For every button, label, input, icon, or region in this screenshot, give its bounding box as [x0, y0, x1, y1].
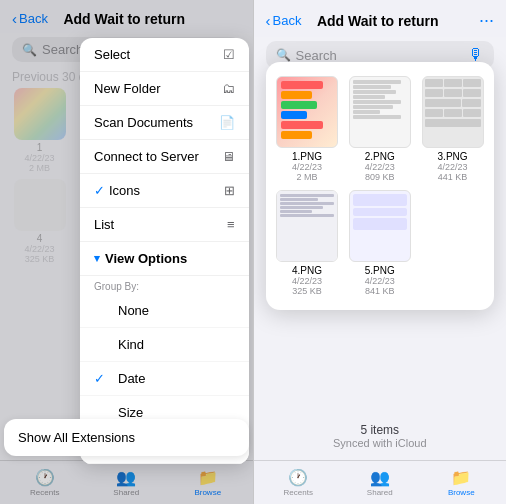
- tab-label: Recents: [284, 488, 313, 497]
- list-item[interactable]: 3.PNG 4/22/23 441 KB: [421, 76, 484, 182]
- file-thumbnail: [14, 88, 66, 140]
- server-icon: 🖥: [222, 149, 235, 164]
- menu-item-label: Scan Documents: [94, 115, 193, 130]
- checkmark-icon: ✓: [94, 337, 110, 352]
- file-thumbnail-2: [349, 76, 411, 148]
- tab-browse[interactable]: 📁 Browse: [167, 468, 249, 497]
- file-date: 4/22/23: [438, 162, 468, 172]
- right-search-placeholder: Search: [296, 48, 464, 63]
- menu-item-label: Select: [94, 47, 130, 62]
- expand-icon: ▾: [94, 252, 100, 265]
- file-size: 841 KB: [365, 286, 395, 296]
- right-back-button[interactable]: ‹ Back: [266, 12, 302, 29]
- file-grid-row1: 1.PNG 4/22/23 2 MB: [276, 76, 485, 182]
- file-size: 2 MB: [296, 172, 317, 182]
- left-back-button[interactable]: ‹ Back: [12, 10, 48, 27]
- sync-label: Synced with iCloud: [254, 437, 507, 449]
- left-nav-bar: ‹ Back Add Wait to return: [0, 0, 253, 33]
- file-thumbnail-4: [276, 190, 338, 262]
- left-back-label: Back: [19, 11, 48, 26]
- checkmark-icon: ✓: [94, 303, 110, 318]
- right-nav-right[interactable]: ···: [454, 10, 494, 31]
- sort-item-date[interactable]: ✓ Date: [80, 362, 249, 396]
- right-search-icon: 🔍: [276, 48, 291, 62]
- menu-item-label: Connect to Server: [94, 149, 199, 164]
- sort-item-label: Kind: [118, 337, 144, 352]
- file-date: 4/22/23: [365, 276, 395, 286]
- left-search-placeholder: Search: [42, 42, 83, 57]
- file-size: 441 KB: [438, 172, 468, 182]
- dropdown-menu: Select ☑ New Folder 🗂 Scan Documents 📄 C…: [80, 38, 249, 464]
- more-options-icon[interactable]: ···: [479, 10, 494, 31]
- menu-item-scan[interactable]: Scan Documents 📄: [80, 106, 249, 140]
- menu-item-select[interactable]: Select ☑: [80, 38, 249, 72]
- tab-shared[interactable]: 👥 Shared: [86, 468, 168, 497]
- scan-icon: 📄: [219, 115, 235, 130]
- sort-item-none[interactable]: ✓ None: [80, 294, 249, 328]
- right-nav-title: Add Wait to return: [301, 13, 454, 29]
- file-name: 5.PNG: [365, 265, 395, 276]
- menu-item-new-folder[interactable]: New Folder 🗂: [80, 72, 249, 106]
- file-name: 2.PNG: [365, 151, 395, 162]
- list-item: 1 4/22/23 2 MB: [12, 88, 67, 173]
- menu-item-label: Icons: [109, 183, 140, 198]
- left-panel: ‹ Back Add Wait to return 🔍 Search Previ…: [0, 0, 253, 504]
- file-name: 3.PNG: [438, 151, 468, 162]
- file-thumbnail: [14, 179, 66, 231]
- file-size: 325 KB: [292, 286, 322, 296]
- file-thumbnail-1: [276, 76, 338, 148]
- list-item[interactable]: 1.PNG 4/22/23 2 MB: [276, 76, 339, 182]
- group-by-label: Group By:: [80, 276, 249, 294]
- sort-item-label: None: [118, 303, 149, 318]
- file-thumbnail-3: [422, 76, 484, 148]
- file-name: 1: [37, 142, 43, 153]
- right-panel: ‹ Back Add Wait to return ··· 🔍 Search 🎙: [254, 0, 507, 504]
- browse-icon: 📁: [451, 468, 471, 487]
- list-item[interactable]: 2.PNG 4/22/23 809 KB: [348, 76, 411, 182]
- show-all-extensions-label: Show All Extensions: [18, 430, 135, 445]
- file-name: 4.PNG: [292, 265, 322, 276]
- tab-label: Recents: [30, 488, 59, 497]
- tab-label: Shared: [367, 488, 393, 497]
- checkmark-icon: ✓: [94, 183, 105, 198]
- menu-item-label: List: [94, 217, 114, 232]
- menu-item-connect[interactable]: Connect to Server 🖥: [80, 140, 249, 174]
- checkmark-icon: ✓: [94, 371, 110, 386]
- show-all-extensions-button[interactable]: Show All Extensions: [4, 419, 249, 456]
- list-item[interactable]: 5.PNG 4/22/23 841 KB: [348, 190, 411, 296]
- file-size: 809 KB: [365, 172, 395, 182]
- file-date: 4/22/23: [292, 162, 322, 172]
- right-back-label: Back: [273, 13, 302, 28]
- menu-item-icons[interactable]: ✓ Icons ⊞: [80, 174, 249, 208]
- tab-shared[interactable]: 👥 Shared: [339, 468, 421, 497]
- file-name: 4: [37, 233, 43, 244]
- view-options-title: View Options: [105, 251, 187, 266]
- file-date: 4/22/23: [24, 244, 54, 254]
- file-modal: 1.PNG 4/22/23 2 MB: [266, 62, 495, 310]
- tab-label: Browse: [194, 488, 221, 497]
- checkmark-icon: ✓: [94, 405, 110, 420]
- shared-icon: 👥: [370, 468, 390, 487]
- left-back-chevron-icon: ‹: [12, 10, 17, 27]
- icons-view-icon: ⊞: [224, 183, 235, 198]
- sort-item-kind[interactable]: ✓ Kind: [80, 328, 249, 362]
- left-tab-bar: 🕐 Recents 👥 Shared 📁 Browse: [0, 460, 253, 504]
- file-grid-row2: 4.PNG 4/22/23 325 KB 5.PNG 4/22/23 841 K…: [276, 190, 485, 296]
- file-size: 325 KB: [25, 254, 55, 264]
- tab-browse[interactable]: 📁 Browse: [421, 468, 503, 497]
- view-options-header[interactable]: ▾ View Options: [80, 242, 249, 276]
- file-date: 4/22/23: [365, 162, 395, 172]
- file-thumbnail-5: [349, 190, 411, 262]
- folder-icon: 🗂: [222, 81, 235, 96]
- left-nav-title: Add Wait to return: [48, 11, 201, 27]
- menu-item-list[interactable]: List ≡: [80, 208, 249, 242]
- list-item[interactable]: 4.PNG 4/22/23 325 KB: [276, 190, 339, 296]
- right-nav-bar: ‹ Back Add Wait to return ···: [254, 0, 507, 37]
- browse-icon: 📁: [198, 468, 218, 487]
- tab-recents[interactable]: 🕐 Recents: [4, 468, 86, 497]
- tab-recents[interactable]: 🕐 Recents: [258, 468, 340, 497]
- right-bottom-info: 5 items Synced with iCloud: [254, 423, 507, 449]
- file-size: 2 MB: [29, 163, 50, 173]
- empty-slot: [421, 190, 484, 296]
- recents-icon: 🕐: [35, 468, 55, 487]
